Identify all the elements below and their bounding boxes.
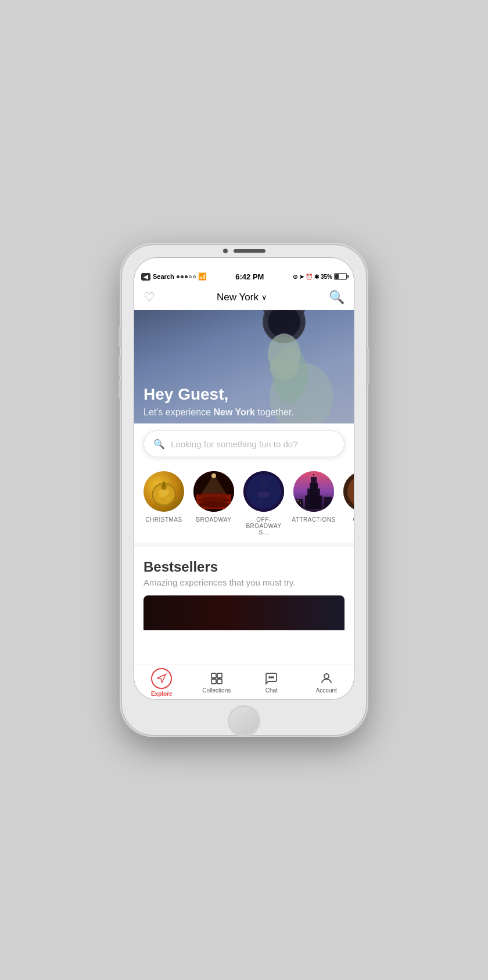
status-time: 6:42 PM [235, 272, 264, 281]
search-input[interactable]: Looking for something fun to do? [171, 439, 297, 449]
category-guide[interactable]: GUID... [343, 471, 354, 536]
signal-dot-3 [185, 275, 188, 278]
bestsellers-preview-image [143, 595, 345, 630]
svg-rect-37 [300, 502, 301, 504]
status-bar: ◀ Search 📶 6:42 PM ⊙ ➤ ⏰ ✱ 35% [134, 268, 354, 285]
alarm-icon: ⏰ [306, 274, 313, 280]
svg-rect-36 [297, 500, 299, 501]
collections-icon [210, 672, 224, 685]
city-name: New York [217, 292, 259, 303]
tab-chat-label: Chat [265, 687, 278, 694]
category-broadway-image [193, 471, 234, 512]
front-camera [223, 249, 228, 253]
speaker [234, 249, 265, 253]
svg-point-46 [271, 677, 272, 678]
status-right: ⊙ ➤ ⏰ ✱ 35% [293, 273, 347, 280]
svg-rect-42 [217, 673, 222, 678]
category-offbroadway-image [243, 471, 284, 512]
search-container: 🔍 Looking for something fun to do? [134, 423, 354, 464]
svg-point-26 [246, 474, 281, 509]
tab-collections-label: Collections [202, 687, 231, 694]
svg-marker-40 [158, 674, 166, 682]
category-attractions-label: ATTRACTIONS [292, 516, 335, 523]
category-attractions[interactable]: ATTRACTIONS [293, 471, 334, 536]
hero-subtext: Let's experience New York together. [143, 407, 294, 418]
city-selector[interactable]: New York ∨ [217, 292, 267, 303]
hero-banner: Hey Guest, Let's experience New York tog… [134, 310, 354, 435]
category-guide-image [343, 471, 354, 512]
svg-rect-43 [211, 679, 216, 684]
category-christmas[interactable]: CHRISTMAS [143, 471, 184, 536]
search-bar[interactable]: 🔍 Looking for something fun to do? [143, 430, 345, 457]
phone-notch [122, 245, 366, 257]
scroll-area[interactable]: Hey Guest, Let's experience New York tog… [134, 310, 354, 700]
phone-frame: ◀ Search 📶 6:42 PM ⊙ ➤ ⏰ ✱ 35% [122, 245, 366, 735]
tab-chat[interactable]: Chat [244, 672, 299, 694]
section-divider [134, 543, 354, 547]
battery-indicator [334, 273, 347, 280]
tab-bar: Explore Collections Chat [134, 665, 354, 699]
location-icon: ⊙ [293, 274, 297, 280]
battery-fill [335, 274, 339, 279]
svg-point-45 [269, 677, 270, 678]
signal-dot-1 [177, 275, 180, 278]
status-back-label: Search [153, 273, 174, 280]
signal-dot-5 [193, 275, 196, 278]
search-icon: 🔍 [153, 439, 165, 450]
svg-rect-44 [217, 679, 222, 684]
bestsellers-section: Bestsellers Amazing experiences that you… [134, 547, 354, 637]
wifi-icon: 📶 [198, 272, 207, 281]
signal-dot-2 [181, 275, 184, 278]
category-christmas-label: CHRISTMAS [145, 516, 182, 523]
hero-greeting: Hey Guest, [143, 386, 294, 404]
tab-account[interactable]: Account [299, 672, 354, 694]
battery-percent: 35% [321, 274, 332, 280]
category-broadway-label: BROADWAY [196, 516, 231, 523]
bestsellers-subtitle: Amazing experiences that you must try. [143, 577, 345, 587]
phone-screen: ◀ Search 📶 6:42 PM ⊙ ➤ ⏰ ✱ 35% [134, 257, 354, 700]
signal-indicator [177, 275, 196, 278]
svg-point-48 [324, 674, 329, 679]
category-offbroadway-label: OFF-BROADWAY S... [243, 516, 284, 536]
tab-explore[interactable]: Explore [134, 668, 189, 697]
svg-point-17 [167, 497, 169, 500]
chat-icon [264, 672, 278, 685]
svg-point-47 [272, 677, 274, 678]
hero-text: Hey Guest, Let's experience New York tog… [143, 386, 294, 418]
favorites-button[interactable]: ♡ [143, 290, 155, 305]
svg-point-11 [270, 357, 299, 380]
tab-explore-label: Explore [151, 691, 173, 697]
chevron-down-icon: ∨ [261, 293, 267, 301]
category-broadway[interactable]: BROADWAY [193, 471, 234, 536]
bluetooth-icon: ✱ [314, 274, 319, 280]
svg-rect-31 [305, 496, 322, 509]
svg-point-22 [198, 502, 230, 508]
tab-account-label: Account [316, 687, 337, 694]
gps-icon: ➤ [299, 274, 304, 280]
categories-row: CHRISTMAS [134, 464, 354, 543]
search-button[interactable]: 🔍 [329, 290, 345, 305]
bestsellers-title: Bestsellers [143, 559, 345, 575]
svg-rect-41 [211, 673, 216, 678]
signal-dot-4 [189, 275, 192, 278]
svg-rect-35 [298, 501, 303, 509]
svg-rect-34 [324, 497, 332, 509]
account-icon [320, 672, 333, 685]
status-left: ◀ Search 📶 [141, 272, 207, 281]
navigation-bar: ♡ New York ∨ 🔍 [134, 285, 354, 310]
svg-point-16 [158, 494, 162, 498]
home-button[interactable] [229, 707, 259, 735]
category-attractions-image [293, 471, 334, 512]
svg-rect-15 [163, 482, 165, 486]
tab-collections[interactable]: Collections [189, 672, 245, 694]
category-offbroadway[interactable]: OFF-BROADWAY S... [243, 471, 284, 536]
category-guide-label: GUID... [353, 516, 354, 523]
category-christmas-image [143, 471, 184, 512]
svg-point-23 [211, 473, 216, 478]
back-button[interactable]: ◀ [141, 273, 150, 281]
explore-icon [151, 668, 172, 689]
